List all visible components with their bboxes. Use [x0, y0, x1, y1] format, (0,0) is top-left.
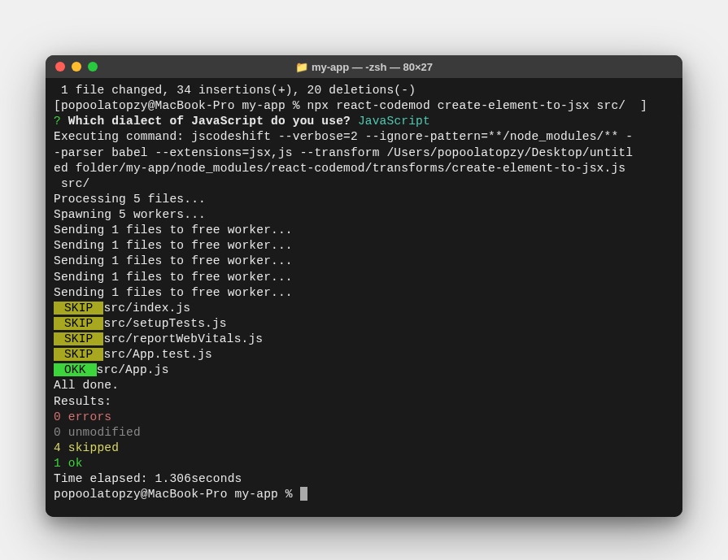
question-answer: JavaScript	[358, 115, 430, 128]
file-result-line: SKIP src/setupTests.js	[54, 316, 674, 332]
file-path: src/index.js	[103, 302, 190, 315]
errors-count: 0 errors	[54, 410, 674, 425]
processing-line: Processing 5 files...	[54, 192, 674, 207]
maximize-icon[interactable]	[88, 62, 98, 72]
sending-line: Sending 1 files to free worker...	[54, 254, 674, 269]
skip-badge: SKIP	[54, 302, 103, 315]
prompt-command-line: [popoolatopzy@MacBook-Pro my-app % npx r…	[54, 98, 674, 114]
bracket-open: [	[54, 99, 61, 112]
sending-line: Sending 1 files to free worker...	[54, 238, 674, 254]
final-prompt-line[interactable]: popoolatopzy@MacBook-Pro my-app %	[54, 487, 674, 502]
window-title-text: my-app — -zsh — 80×27	[312, 61, 433, 73]
ok-badge: OKK	[54, 363, 97, 376]
traffic-lights	[55, 62, 98, 72]
terminal-body[interactable]: 1 file changed, 34 insertions(+), 20 del…	[46, 78, 682, 517]
exec-line-3: ed folder/my-app/node_modules/react-code…	[54, 161, 674, 176]
command-text: npx react-codemod create-element-to-jsx …	[307, 99, 640, 112]
sending-line: Sending 1 files to free worker...	[54, 223, 674, 238]
spawning-line: Spawning 5 workers...	[54, 207, 674, 223]
file-result-line: SKIP src/reportWebVitals.js	[54, 332, 674, 347]
exec-line-2: -parser babel --extensions=jsx,js --tran…	[54, 145, 674, 161]
file-path: src/setupTests.js	[103, 317, 226, 330]
question-mark-icon: ?	[54, 115, 61, 128]
sending-line: Sending 1 files to free worker...	[54, 270, 674, 285]
question-text: Which dialect of JavaScript do you use?	[61, 115, 358, 128]
skip-badge: SKIP	[54, 332, 103, 345]
file-path: src/reportWebVitals.js	[103, 332, 263, 345]
file-path: src/App.test.js	[103, 348, 212, 361]
unmodified-count: 0 unmodified	[54, 425, 674, 441]
window-title: 📁 my-app — -zsh — 80×27	[55, 61, 673, 73]
skip-badge: SKIP	[54, 348, 103, 361]
results-label: Results:	[54, 394, 674, 410]
folder-icon: 📁	[295, 61, 308, 73]
all-done-line: All done.	[54, 378, 674, 393]
cursor-icon	[300, 487, 307, 501]
ok-count: 1 ok	[54, 456, 674, 471]
skipped-count: 4 skipped	[54, 441, 674, 456]
close-icon[interactable]	[55, 62, 65, 72]
terminal-window: 📁 my-app — -zsh — 80×27 1 file changed, …	[46, 55, 682, 517]
file-path: src/App.js	[97, 363, 169, 376]
file-result-line: SKIP src/index.js	[54, 301, 674, 316]
sending-line: Sending 1 files to free worker...	[54, 285, 674, 301]
title-bar: 📁 my-app — -zsh — 80×27	[46, 55, 682, 78]
minimize-icon[interactable]	[72, 62, 81, 72]
bracket-close: ]	[640, 99, 647, 112]
exec-line-1: Executing command: jscodeshift --verbose…	[54, 129, 674, 145]
question-line: ? Which dialect of JavaScript do you use…	[54, 114, 674, 129]
time-elapsed-line: Time elapsed: 1.306seconds	[54, 471, 674, 487]
exec-line-4: src/	[54, 176, 674, 192]
git-summary-line: 1 file changed, 34 insertions(+), 20 del…	[54, 83, 674, 98]
final-prompt-text: popoolatopzy@MacBook-Pro my-app %	[54, 488, 300, 501]
file-result-line: SKIP src/App.test.js	[54, 347, 674, 362]
prompt-user: popoolatopzy@MacBook-Pro my-app %	[61, 99, 307, 112]
file-result-line: OKK src/App.js	[54, 362, 674, 378]
skip-badge: SKIP	[54, 317, 103, 330]
